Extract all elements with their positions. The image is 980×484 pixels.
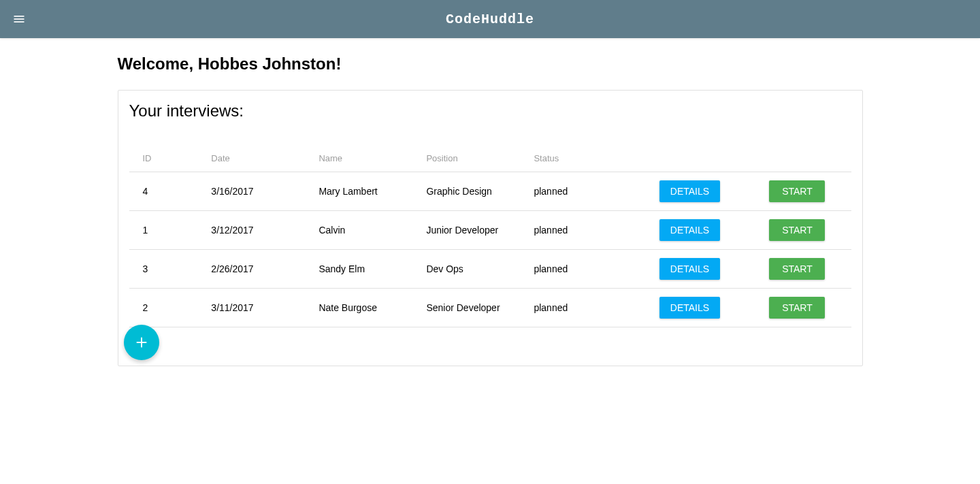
details-button[interactable]: DETAILS (659, 180, 720, 202)
cell-date: 3/16/2017 (206, 172, 313, 211)
menu-icon[interactable] (11, 11, 27, 27)
column-header-date: Date (206, 145, 313, 172)
details-button[interactable]: DETAILS (659, 297, 720, 319)
details-button[interactable]: DETAILS (659, 219, 720, 241)
table-row: 23/11/2017Nate BurgoseSenior Developerpl… (129, 289, 851, 327)
table-row: 43/16/2017Mary LambertGraphic Designplan… (129, 172, 851, 211)
cell-details: DETAILS (636, 172, 743, 211)
cell-id: 3 (129, 250, 206, 289)
cell-date: 2/26/2017 (206, 250, 313, 289)
svg-rect-0 (14, 16, 24, 17)
cell-status: planned (528, 289, 636, 327)
cell-name: Sandy Elm (313, 250, 421, 289)
cell-position: Junior Developer (421, 211, 528, 250)
start-button[interactable]: START (769, 297, 825, 319)
table-row: 13/12/2017CalvinJunior DeveloperplannedD… (129, 211, 851, 250)
cell-position: Graphic Design (421, 172, 528, 211)
main-content: Welcome, Hobbes Johnston! Your interview… (118, 38, 863, 383)
column-header-position: Position (421, 145, 528, 172)
cell-date: 3/11/2017 (206, 289, 313, 327)
svg-rect-2 (14, 21, 24, 22)
cell-name: Nate Burgose (313, 289, 421, 327)
cell-name: Calvin (313, 211, 421, 250)
app-title: CodeHuddle (446, 12, 534, 27)
welcome-heading: Welcome, Hobbes Johnston! (118, 54, 863, 74)
cell-details: DETAILS (636, 289, 743, 327)
cell-start: START (743, 289, 851, 327)
cell-id: 4 (129, 172, 206, 211)
column-header-start (743, 145, 851, 172)
card-title: Your interviews: (129, 101, 851, 120)
column-header-details (636, 145, 743, 172)
cell-id: 2 (129, 289, 206, 327)
interviews-table: ID Date Name Position Status 43/16/2017M… (129, 145, 851, 355)
cell-status: planned (528, 172, 636, 211)
cell-details: DETAILS (636, 211, 743, 250)
app-header: CodeHuddle (0, 0, 980, 38)
column-header-status: Status (528, 145, 636, 172)
interviews-card: Your interviews: ID Date Name Position S… (118, 90, 863, 366)
table-row: 32/26/2017Sandy ElmDev OpsplannedDETAILS… (129, 250, 851, 289)
cell-start: START (743, 211, 851, 250)
cell-details: DETAILS (636, 250, 743, 289)
cell-start: START (743, 172, 851, 211)
cell-status: planned (528, 211, 636, 250)
cell-id: 1 (129, 211, 206, 250)
cell-position: Senior Developer (421, 289, 528, 327)
column-header-name: Name (313, 145, 421, 172)
cell-start: START (743, 250, 851, 289)
details-button[interactable]: DETAILS (659, 258, 720, 280)
start-button[interactable]: START (769, 258, 825, 280)
plus-icon (134, 335, 149, 350)
svg-rect-1 (14, 18, 24, 20)
cell-date: 3/12/2017 (206, 211, 313, 250)
cell-name: Mary Lambert (313, 172, 421, 211)
svg-rect-4 (136, 342, 146, 343)
start-button[interactable]: START (769, 219, 825, 241)
start-button[interactable]: START (769, 180, 825, 202)
cell-status: planned (528, 250, 636, 289)
column-header-id: ID (129, 145, 206, 172)
add-interview-button[interactable] (124, 325, 159, 360)
cell-position: Dev Ops (421, 250, 528, 289)
